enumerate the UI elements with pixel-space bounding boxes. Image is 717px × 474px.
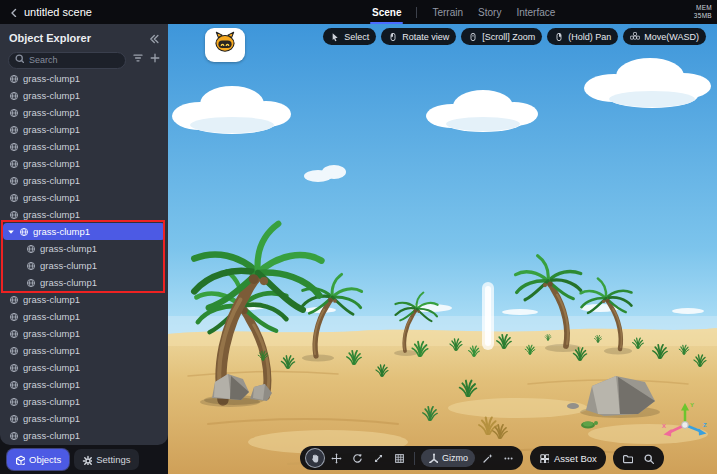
scene-title-group[interactable]: untitled scene [0, 6, 92, 18]
mesh-icon [9, 363, 19, 373]
add-object-icon[interactable] [149, 52, 160, 64]
mesh-icon [9, 414, 19, 424]
mesh-icon [9, 142, 19, 152]
object-explorer-panel: Object Explorer grass-clump1 grass-clump… [0, 24, 168, 445]
object-row[interactable]: grass-clump1 [0, 325, 168, 342]
object-row[interactable]: grass-clump1 [0, 206, 168, 223]
objects-button[interactable]: Objects [7, 449, 69, 470]
snap-grid-button[interactable] [390, 449, 408, 467]
object-row-label: grass-clump1 [23, 124, 80, 135]
axis-orientation-gizmo[interactable]: Y X Z [659, 397, 713, 453]
assistant-mascot-button[interactable] [205, 28, 245, 62]
select-tool-button[interactable]: Select [323, 28, 376, 45]
mesh-icon [26, 244, 36, 254]
scene-canvas[interactable] [168, 24, 717, 474]
chevron-left-icon [8, 7, 18, 17]
settings-button[interactable]: Settings [74, 449, 138, 470]
object-row[interactable]: grass-clump1 [3, 223, 165, 240]
caret-down-icon [7, 228, 15, 236]
tab[interactable]: Interface [516, 0, 555, 24]
rotate-view-button[interactable]: Rotate view [381, 28, 456, 45]
mesh-icon [9, 397, 19, 407]
magic-wand-button[interactable] [478, 449, 496, 467]
mesh-icon [26, 278, 36, 288]
object-row[interactable]: grass-clump1 [0, 393, 168, 410]
tool-icon [331, 453, 342, 464]
object-row[interactable]: grass-clump1 [0, 70, 168, 87]
folder-icon [622, 453, 633, 464]
cat-mascot-icon [208, 31, 242, 59]
tool-icon [554, 32, 564, 42]
object-row[interactable]: grass-clump1 [0, 121, 168, 138]
tab[interactable]: Terrain [416, 0, 463, 24]
mesh-icon [9, 431, 19, 441]
memory-badge: MEM 35MB [694, 4, 712, 20]
object-row-label: grass-clump1 [23, 209, 80, 220]
mesh-icon [9, 210, 19, 220]
object-row[interactable]: grass-clump1 [0, 104, 168, 121]
tab[interactable]: Story [478, 0, 501, 24]
collapse-panel-icon[interactable] [148, 33, 159, 44]
mesh-icon [9, 74, 19, 84]
object-row-label: grass-clump1 [23, 379, 80, 390]
tool-icon [373, 453, 384, 464]
scale-tool-button[interactable] [369, 449, 387, 467]
more-options-button[interactable] [499, 449, 517, 467]
mesh-icon [9, 346, 19, 356]
filter-icon[interactable] [132, 52, 143, 64]
object-row-label: grass-clump1 [40, 243, 97, 254]
tool-icon [394, 453, 405, 464]
object-row[interactable]: grass-clump1 [0, 87, 168, 104]
file-tools-group [613, 446, 664, 470]
folder-button[interactable] [619, 449, 637, 467]
axis-z-label: Z [703, 422, 707, 428]
object-row[interactable]: grass-clump1 [0, 172, 168, 189]
hold-pan-button[interactable]: (Hold) Pan [547, 28, 618, 45]
object-row[interactable]: grass-clump1 [0, 359, 168, 376]
search-input[interactable] [8, 52, 126, 69]
object-row[interactable]: grass-clump1 [0, 291, 168, 308]
cube-icon [15, 455, 25, 465]
mesh-icon [9, 312, 19, 322]
scene-title: untitled scene [24, 6, 92, 18]
footer-bar: Objects Settings [7, 449, 139, 470]
object-row[interactable]: grass-clump1 [0, 189, 168, 206]
move-tool-button[interactable] [327, 449, 345, 467]
main-tabs: SceneTerrainStoryInterface [372, 0, 555, 24]
topbar: untitled scene SceneTerrainStoryInterfac… [0, 0, 717, 24]
selected-object-gizmo[interactable] [482, 282, 494, 350]
search-scene-button[interactable] [640, 449, 658, 467]
tab[interactable]: Scene [372, 0, 401, 24]
object-row-label: grass-clump1 [23, 396, 80, 407]
object-row[interactable]: grass-clump1 [0, 342, 168, 359]
object-row[interactable]: grass-clump1 [0, 138, 168, 155]
pan-tool-button[interactable] [306, 449, 324, 467]
rotate-tool-button[interactable] [348, 449, 366, 467]
object-row-label: grass-clump1 [23, 294, 80, 305]
tool-icon [503, 453, 514, 464]
object-row-label: grass-clump1 [23, 73, 80, 84]
search-icon [14, 53, 24, 63]
object-row[interactable]: grass-clump1 [0, 410, 168, 427]
object-row-label: grass-clump1 [40, 260, 97, 271]
mesh-icon [9, 91, 19, 101]
mesh-icon [9, 193, 19, 203]
gizmo-button[interactable]: Gizmo [421, 449, 475, 467]
object-row[interactable]: grass-clump1 [0, 427, 168, 444]
axis-x-label: X [662, 423, 666, 429]
viewport-toolbar: Select Rotate view [Scroll] Zoom (Hold) … [323, 28, 706, 45]
asset-box-button[interactable]: Asset Box [536, 453, 600, 464]
move-wasd-button[interactable]: Move(WASD) [623, 28, 706, 45]
object-row[interactable]: grass-clump1 [0, 257, 168, 274]
object-row[interactable]: grass-clump1 [0, 155, 168, 172]
object-row[interactable]: grass-clump1 [0, 240, 168, 257]
object-row-label: grass-clump1 [23, 192, 80, 203]
object-row[interactable]: grass-clump1 [0, 308, 168, 325]
tool-icon [388, 32, 398, 42]
object-row[interactable]: grass-clump1 [0, 376, 168, 393]
divider [414, 452, 415, 465]
object-list: grass-clump1 grass-clump1 grass-clump1 g… [0, 70, 168, 445]
scroll-zoom-button[interactable]: [Scroll] Zoom [461, 28, 542, 45]
object-row[interactable]: grass-clump1 [0, 274, 168, 291]
viewport[interactable] [168, 24, 717, 474]
